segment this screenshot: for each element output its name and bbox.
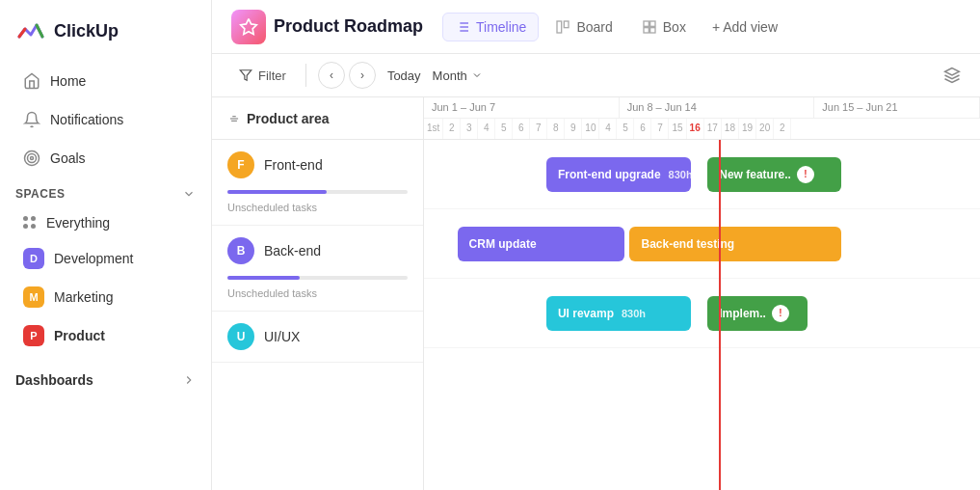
svg-rect-14 (649, 27, 654, 32)
timeline-header: Jun 1 – Jun 7 Jun 8 – Jun 14 Jun 15 – Ju… (424, 97, 980, 140)
task-label: New feature.. (719, 168, 791, 181)
box-icon (642, 19, 657, 35)
timeline-body: Front-end upgrade 830h New feature.. ! C… (424, 140, 980, 490)
nav-home[interactable]: Home (8, 63, 203, 99)
dashboards-section[interactable]: Dashboards (0, 363, 211, 394)
task-crm-update[interactable]: CRM update (458, 227, 624, 261)
left-panel-header-text: Product area (247, 111, 330, 126)
task-new-feature[interactable]: New feature.. ! (707, 157, 840, 192)
tab-box-label: Box (663, 19, 686, 35)
nav-notifications[interactable]: Notifications (8, 101, 203, 138)
toolbar-right (943, 67, 961, 84)
board-icon (555, 19, 570, 35)
chevron-down-icon (471, 69, 483, 81)
filter-icon (239, 68, 252, 82)
clickup-logo-icon (15, 15, 46, 46)
marketing-badge: M (23, 286, 44, 308)
task-implem[interactable]: Implem.. ! (707, 296, 808, 331)
day-4: 4 (478, 119, 495, 139)
backend-progress-wrap (227, 276, 408, 280)
development-label: Development (54, 251, 134, 266)
next-button[interactable]: › (349, 62, 376, 89)
frontend-unscheduled: Unscheduled tasks (212, 198, 423, 225)
group-uiux-label: U UI/UX (212, 312, 423, 362)
month-dropdown[interactable]: Month (433, 68, 483, 83)
day-labels: 1st 2 3 4 5 6 7 8 9 10 4 5 6 7 15 16 17 (424, 119, 980, 139)
nav-goals[interactable]: Goals (8, 140, 203, 177)
sidebar-item-marketing[interactable]: M Marketing (8, 279, 203, 315)
logo-area: ClickUp (0, 0, 211, 62)
task-label: Front-end upgrade (558, 168, 661, 181)
group-backend-label: B Back-end (212, 226, 423, 276)
tab-box[interactable]: Box (629, 13, 699, 41)
today-line (719, 140, 721, 490)
task-hours: 830h (622, 308, 646, 319)
backend-progress-fill (227, 276, 300, 280)
day-9: 9 (565, 119, 582, 139)
day-3: 3 (461, 119, 478, 139)
day-5b: 5 (617, 119, 634, 139)
day-16-today: 16 (687, 119, 704, 139)
toolbar: Filter ‹ › Today Month (212, 54, 980, 97)
everything-grid-icon (23, 216, 37, 230)
task-hours: 830h (669, 169, 691, 180)
day-10: 10 (582, 119, 599, 139)
sidebar-item-development[interactable]: D Development (8, 240, 203, 277)
uiux-avatar: U (227, 323, 254, 350)
tab-timeline[interactable]: Timeline (442, 13, 539, 41)
task-backend-testing[interactable]: Back-end testing (629, 227, 840, 261)
chevron-down-icon[interactable] (182, 187, 196, 201)
week-labels: Jun 1 – Jun 7 Jun 8 – Jun 14 Jun 15 – Ju… (424, 97, 980, 119)
tab-board-label: Board (576, 19, 612, 35)
today-button[interactable]: Today (387, 68, 421, 83)
product-label: Product (54, 328, 105, 343)
task-alert-icon: ! (772, 305, 789, 322)
nav-notifications-label: Notifications (50, 112, 123, 127)
view-tabs: Timeline Board Box + Add view (442, 13, 787, 41)
task-label: Implem.. (719, 307, 766, 320)
filter-button[interactable]: Filter (231, 65, 294, 87)
left-panel: Product area F Front-end Unscheduled tas… (212, 97, 424, 490)
group-backend: B Back-end Unscheduled tasks (212, 226, 423, 312)
timeline-wrapper: Product area F Front-end Unscheduled tas… (212, 97, 980, 490)
tab-board[interactable]: Board (543, 13, 624, 41)
day-8: 8 (547, 119, 565, 139)
timeline-row-frontend: Front-end upgrade 830h New feature.. ! (424, 140, 980, 209)
uiux-name: UI/UX (264, 329, 300, 344)
day-2: 2 (443, 119, 461, 139)
development-badge: D (23, 248, 44, 269)
project-title: Product Roadmap (274, 16, 423, 37)
group-frontend: F Front-end Unscheduled tasks (212, 140, 423, 226)
layers-button[interactable] (943, 67, 961, 84)
svg-rect-10 (565, 21, 569, 28)
sidebar-item-everything[interactable]: Everything (8, 207, 203, 238)
frontend-progress-wrap (227, 190, 408, 194)
add-view-button[interactable]: + Add view (702, 14, 787, 41)
group-frontend-label: F Front-end (212, 140, 423, 190)
task-label: CRM update (469, 237, 537, 251)
timeline-grid: Jun 1 – Jun 7 Jun 8 – Jun 14 Jun 15 – Ju… (424, 97, 980, 490)
group-uiux: U UI/UX (212, 312, 423, 363)
day-17: 17 (704, 119, 722, 139)
task-ui-revamp[interactable]: UI revamp 830h (546, 296, 691, 331)
task-frontend-upgrade[interactable]: Front-end upgrade 830h (546, 157, 691, 192)
svg-rect-9 (557, 21, 562, 33)
day-7: 7 (530, 119, 547, 139)
day-15: 15 (669, 119, 686, 139)
sidebar-item-product[interactable]: P Product (8, 317, 203, 354)
prev-button[interactable]: ‹ (318, 62, 345, 89)
target-icon (23, 150, 40, 167)
task-alert-icon: ! (797, 166, 814, 183)
day-18: 18 (722, 119, 739, 139)
nav-goals-label: Goals (50, 150, 86, 166)
tab-timeline-label: Timeline (476, 19, 526, 35)
backend-progress-bg (227, 276, 408, 280)
backend-avatar: B (227, 237, 254, 264)
project-icon (231, 10, 266, 44)
product-badge: P (23, 325, 44, 346)
frontend-avatar: F (227, 151, 254, 178)
day-20: 20 (756, 119, 774, 139)
month-label: Month (433, 68, 467, 83)
day-6: 6 (513, 119, 530, 139)
backend-name: Back-end (264, 243, 321, 259)
